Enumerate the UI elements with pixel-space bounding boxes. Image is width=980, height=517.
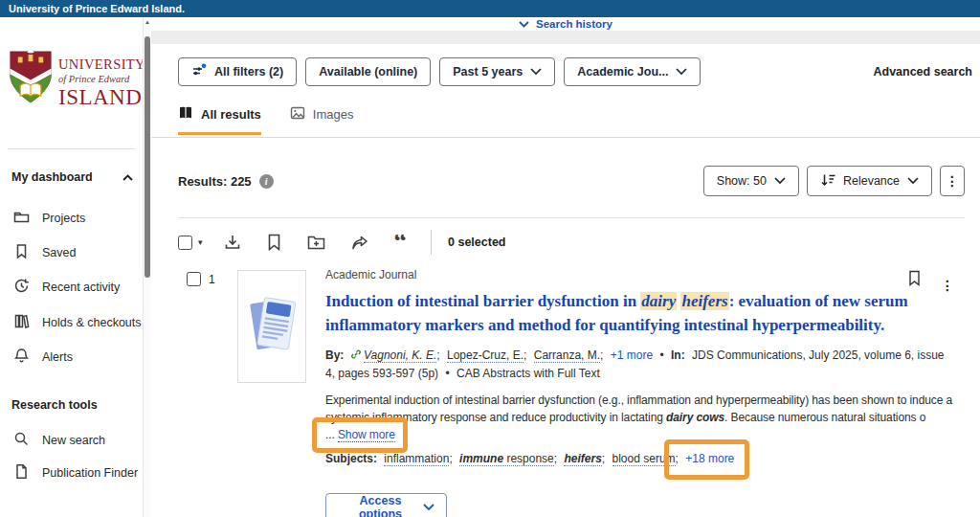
logo-line-2: of Prince Edward: [58, 75, 145, 85]
access-options-button[interactable]: Access options: [325, 493, 447, 517]
database-name: CAB Abstracts with Full Text: [457, 367, 600, 380]
source-type-dropdown[interactable]: Academic Jou...: [564, 57, 701, 86]
document-icon: [13, 463, 30, 483]
result-abstract: Experimental induction of intestinal bar…: [325, 392, 957, 443]
download-button[interactable]: [224, 234, 241, 251]
more-subjects-link[interactable]: +18 more: [685, 452, 734, 465]
logo-line-3: ISLAND: [58, 86, 145, 108]
select-all-caret-icon[interactable]: ▾: [198, 237, 203, 247]
vertical-scrollbar[interactable]: ▲: [143, 17, 151, 517]
subject-link[interactable]: immune response: [459, 452, 554, 466]
sidebar-item-label: Publication Finder: [42, 466, 138, 480]
sidebar-item-label: Recent activity: [42, 281, 120, 294]
result-thumbnail[interactable]: [237, 270, 306, 383]
all-filters-label: All filters (2): [214, 65, 283, 79]
institution-name: University of Prince Edward Island.: [9, 3, 185, 14]
cite-button[interactable]: “: [394, 235, 408, 250]
folder-icon: [13, 209, 30, 228]
institution-banner: University of Prince Edward Island.: [0, 0, 980, 17]
abstract-text: . Because numerous natural situations o: [724, 411, 925, 424]
sidebar-divider: [8, 148, 135, 149]
subject-link[interactable]: blood serum: [612, 452, 676, 466]
in-label: In:: [671, 348, 685, 362]
upei-logo[interactable]: UNIVERSITY of Prince Edward ISLAND: [8, 50, 145, 109]
chevron-down-icon: [519, 18, 529, 30]
search-header-strip: Search history: [151, 17, 980, 31]
show-more-anchor: ... Show more: [325, 428, 395, 441]
available-online-filter[interactable]: Available (online): [305, 57, 431, 86]
sidebar-item-publication-finder[interactable]: Publication Finder: [13, 463, 138, 483]
book-icon: [178, 105, 193, 123]
select-all-checkbox[interactable]: [178, 236, 192, 250]
result-checkbox[interactable]: [187, 272, 201, 286]
title-highlight-term: dairy: [640, 292, 677, 310]
subject-link[interactable]: heifers: [564, 452, 601, 466]
bullet-separator: •: [445, 367, 449, 380]
author-link[interactable]: Lopez-Cruz, E.: [447, 348, 523, 363]
source-type-label: Academic Jou...: [577, 65, 668, 79]
books-icon: [13, 313, 30, 332]
chevron-down-icon: [423, 501, 434, 514]
bullet-separator: •: [659, 348, 663, 362]
subjects-label: Subjects:: [325, 452, 377, 465]
show-more-link[interactable]: Show more: [338, 428, 395, 442]
content-divider: [178, 217, 965, 218]
truncation-ellipsis: ...: [325, 428, 335, 441]
info-icon[interactable]: i: [259, 174, 274, 189]
sidebar-item-alerts[interactable]: Alerts: [13, 348, 73, 367]
history-icon: [13, 278, 30, 297]
bookmark-button[interactable]: [267, 234, 281, 251]
author-link[interactable]: Vagnoni, K. E.: [364, 348, 436, 363]
sidebar-item-projects[interactable]: Projects: [13, 209, 85, 228]
results-bar-controls: Show: 50 Relevance ⋮: [703, 166, 965, 196]
scrollbar-up-arrow[interactable]: ▲: [144, 19, 151, 25]
upei-crest-icon: [8, 50, 54, 109]
my-dashboard-label: My dashboard: [11, 170, 93, 184]
results-overflow-menu[interactable]: ⋮: [940, 166, 965, 196]
show-per-page-dropdown[interactable]: Show: 50: [703, 166, 799, 196]
search-history-toggle[interactable]: Search history: [519, 18, 612, 30]
author-link[interactable]: Carranza, M.: [534, 348, 600, 363]
all-filters-button[interactable]: All filters (2): [178, 57, 297, 86]
result-item: 1: [151, 264, 980, 517]
sidebar-item-new-search[interactable]: New search: [13, 431, 105, 450]
image-icon: [290, 106, 305, 123]
search-icon: [13, 431, 30, 450]
sidebar: UNIVERSITY of Prince Edward ISLAND My da…: [0, 17, 143, 517]
sidebar-item-holds-checkouts[interactable]: Holds & checkouts: [13, 313, 142, 332]
sort-dropdown[interactable]: Relevance: [807, 166, 932, 196]
chevron-down-icon: [530, 65, 542, 79]
access-options-label: Access options: [338, 494, 423, 517]
tab-all-results[interactable]: All results: [178, 105, 261, 135]
sidebar-item-label: Saved: [42, 246, 76, 259]
date-range-dropdown[interactable]: Past 5 years: [439, 57, 555, 86]
share-button[interactable]: [351, 235, 368, 251]
chevron-down-icon: [676, 65, 687, 79]
sort-label: Relevance: [843, 174, 900, 188]
sidebar-item-recent-activity[interactable]: Recent activity: [13, 278, 120, 297]
abstract-highlight-term: dairy cows: [666, 411, 724, 424]
result-title-link[interactable]: Induction of intestinal barrier dysfunct…: [325, 290, 911, 337]
scrollbar-thumb[interactable]: [145, 36, 150, 278]
more-subjects-anchor: +18 more: [685, 452, 734, 465]
filter-sliders-icon: [191, 63, 207, 80]
result-byline: By: Vagnoni, K. E.; Lopez-Cruz, E.; Carr…: [325, 347, 952, 382]
result-select: 1: [187, 272, 215, 286]
tab-images[interactable]: Images: [290, 105, 354, 135]
add-to-project-button[interactable]: [307, 235, 325, 250]
sidebar-item-saved[interactable]: Saved: [13, 243, 76, 262]
subject-link[interactable]: inflammation: [384, 452, 449, 466]
more-authors-link[interactable]: +1 more: [611, 348, 653, 362]
page: University of Prince Edward Island. Sear…: [0, 0, 980, 517]
chevron-down-icon: [907, 174, 919, 188]
background-band: [151, 31, 980, 44]
chevron-down-icon: [774, 174, 786, 188]
author-link-icon: [351, 348, 364, 362]
toolbar-divider: [431, 230, 432, 255]
my-dashboard-header[interactable]: My dashboard: [11, 170, 133, 184]
sort-icon: [820, 172, 835, 190]
advanced-search-link[interactable]: Advanced search: [873, 65, 972, 79]
document-placeholder-icon: [244, 288, 300, 365]
results-bar: Results: 225 i Show: 50 Relevance: [178, 165, 965, 197]
sidebar-item-label: Holds & checkouts: [42, 316, 142, 329]
